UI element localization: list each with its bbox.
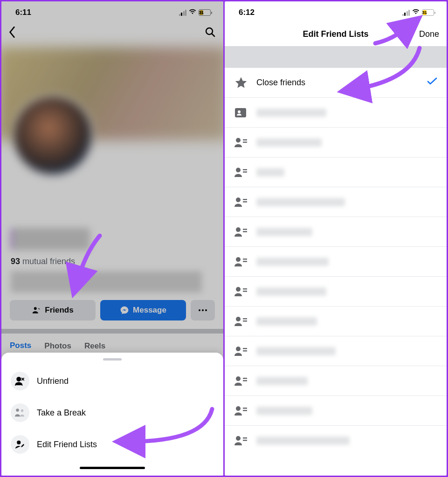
list-item-redacted[interactable] bbox=[225, 395, 447, 425]
svg-point-7 bbox=[238, 110, 241, 113]
contact-card-icon bbox=[234, 107, 248, 118]
svg-point-2 bbox=[202, 309, 204, 311]
list-item-redacted[interactable] bbox=[225, 336, 447, 366]
svg-rect-30 bbox=[243, 348, 247, 349]
check-icon bbox=[427, 77, 437, 88]
list-item-redacted[interactable] bbox=[225, 366, 447, 395]
svg-point-20 bbox=[236, 257, 241, 262]
svg-rect-9 bbox=[243, 139, 247, 141]
nav-bar: Edit Friend Lists Done bbox=[225, 23, 447, 46]
wifi-icon bbox=[412, 8, 420, 17]
svg-point-8 bbox=[236, 138, 241, 143]
friends-button[interactable]: Friends bbox=[10, 300, 96, 320]
svg-rect-6 bbox=[235, 108, 246, 117]
battery-icon: 31 bbox=[422, 9, 435, 16]
more-icon bbox=[198, 309, 207, 312]
tab-photos[interactable]: Photos bbox=[44, 341, 71, 351]
svg-rect-18 bbox=[243, 229, 247, 230]
person-list-icon bbox=[234, 436, 248, 446]
status-indicators: 31 bbox=[402, 8, 436, 17]
svg-point-17 bbox=[236, 227, 241, 232]
list-item-redacted[interactable] bbox=[225, 97, 447, 127]
person-list-icon bbox=[234, 316, 248, 327]
svg-rect-33 bbox=[243, 378, 247, 379]
mutual-friends-text: 93 mutual friends bbox=[11, 257, 214, 266]
messenger-icon bbox=[120, 306, 129, 315]
friends-action-sheet: Unfriend Take a Break Edit Friend Lists bbox=[1, 353, 223, 476]
list-item-redacted[interactable] bbox=[225, 276, 447, 306]
svg-rect-27 bbox=[243, 318, 247, 320]
nav-bar bbox=[1, 23, 223, 47]
friends-icon bbox=[32, 306, 41, 314]
search-icon[interactable] bbox=[205, 27, 216, 40]
unfriend-icon bbox=[11, 372, 29, 390]
sheet-handle[interactable] bbox=[103, 358, 122, 361]
person-list-icon bbox=[234, 376, 248, 386]
list-label-redacted bbox=[256, 347, 336, 355]
svg-rect-16 bbox=[243, 201, 247, 203]
svg-point-5 bbox=[21, 409, 23, 412]
svg-point-38 bbox=[236, 436, 241, 441]
profile-name-redacted bbox=[11, 228, 90, 250]
tab-reels[interactable]: Reels bbox=[84, 341, 105, 351]
screen-edit-lists: 6:12 31 Edit Friend Lists Done Close fri… bbox=[225, 1, 447, 476]
person-list-icon bbox=[234, 406, 248, 416]
svg-point-4 bbox=[16, 409, 19, 411]
svg-rect-34 bbox=[243, 380, 247, 382]
done-button[interactable]: Done bbox=[419, 29, 439, 39]
svg-rect-25 bbox=[243, 291, 247, 292]
svg-point-35 bbox=[236, 406, 241, 411]
action-buttons: Friends Message bbox=[1, 293, 223, 329]
back-icon[interactable] bbox=[9, 27, 15, 40]
menu-label: Edit Friend Lists bbox=[37, 440, 97, 450]
list-item-redacted[interactable] bbox=[225, 306, 447, 336]
message-button[interactable]: Message bbox=[100, 300, 186, 320]
menu-take-break[interactable]: Take a Break bbox=[1, 397, 223, 429]
list-item-redacted[interactable] bbox=[225, 217, 447, 246]
svg-rect-13 bbox=[243, 171, 247, 173]
cellular-icon bbox=[402, 10, 410, 16]
list-label-redacted bbox=[256, 168, 284, 177]
list-label: Close friends bbox=[256, 78, 419, 88]
svg-rect-39 bbox=[243, 437, 247, 439]
list-label-redacted bbox=[256, 138, 322, 147]
list-item-redacted[interactable] bbox=[225, 246, 447, 276]
svg-rect-10 bbox=[243, 142, 247, 143]
svg-point-1 bbox=[199, 309, 200, 311]
svg-rect-19 bbox=[243, 231, 247, 232]
svg-point-26 bbox=[236, 317, 241, 321]
home-indicator[interactable] bbox=[80, 467, 145, 469]
menu-unfriend[interactable]: Unfriend bbox=[1, 365, 223, 397]
avatar[interactable] bbox=[12, 95, 94, 177]
list-label-redacted bbox=[256, 109, 326, 117]
svg-rect-12 bbox=[243, 169, 247, 170]
wifi-icon bbox=[188, 8, 197, 17]
svg-point-3 bbox=[205, 309, 207, 311]
person-list-icon bbox=[234, 167, 248, 177]
list-label-redacted bbox=[256, 377, 308, 385]
person-list-icon bbox=[234, 227, 248, 237]
page-title: Edit Friend Lists bbox=[303, 29, 368, 39]
svg-rect-22 bbox=[243, 261, 247, 262]
section-gap bbox=[225, 46, 447, 68]
svg-rect-31 bbox=[243, 350, 247, 352]
svg-point-29 bbox=[236, 347, 241, 351]
person-list-icon bbox=[234, 346, 248, 356]
more-button[interactable] bbox=[191, 300, 215, 320]
svg-point-14 bbox=[236, 198, 241, 202]
list-item-redacted[interactable] bbox=[225, 425, 447, 455]
status-time: 6:12 bbox=[239, 8, 255, 17]
status-time: 6:11 bbox=[15, 8, 31, 17]
list-item-redacted[interactable] bbox=[225, 187, 447, 217]
list-item-redacted[interactable] bbox=[225, 157, 447, 187]
list-label-redacted bbox=[256, 317, 317, 326]
status-bar: 6:11 31 bbox=[1, 1, 223, 23]
list-label-redacted bbox=[256, 258, 329, 266]
list-close-friends[interactable]: Close friends bbox=[225, 68, 447, 97]
person-list-icon bbox=[234, 286, 248, 297]
screen-profile: 6:11 31 93 bbox=[1, 1, 223, 476]
svg-rect-36 bbox=[243, 408, 247, 409]
list-item-redacted[interactable] bbox=[225, 127, 447, 157]
menu-edit-friend-lists[interactable]: Edit Friend Lists bbox=[1, 429, 223, 460]
section-divider bbox=[1, 329, 223, 334]
